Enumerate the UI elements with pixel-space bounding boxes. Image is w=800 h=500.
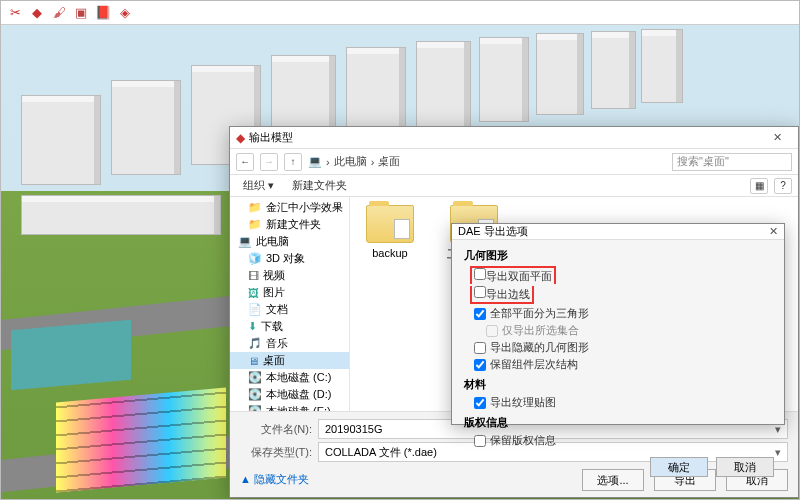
paint-icon[interactable]: 🖌: [51, 5, 67, 21]
filename-label: 文件名(N):: [240, 422, 312, 437]
folder-icon: 🎵: [248, 337, 262, 350]
close-icon[interactable]: ✕: [769, 225, 778, 238]
tree-item[interactable]: 💽本地磁盘 (C:): [230, 369, 349, 386]
option-group-label: 材料: [464, 377, 772, 392]
new-folder-button[interactable]: 新建文件夹: [285, 176, 354, 195]
folder-icon: 🖥: [248, 355, 259, 367]
close-icon[interactable]: ✕: [762, 131, 792, 144]
nav-back-button[interactable]: ←: [236, 153, 254, 171]
organize-button[interactable]: 组织 ▾: [236, 176, 281, 195]
nav-up-button[interactable]: ↑: [284, 153, 302, 171]
help-button[interactable]: ?: [774, 178, 792, 194]
tree-item[interactable]: 💽本地磁盘 (D:): [230, 386, 349, 403]
file-item[interactable]: backup: [358, 205, 422, 259]
folder-icon: [366, 205, 414, 243]
filetype-label: 保存类型(T):: [240, 445, 312, 460]
tree-item[interactable]: 📁金汇中小学效果: [230, 199, 349, 216]
option-checkbox[interactable]: 导出纹理贴图: [464, 394, 772, 411]
option-checkbox[interactable]: 仅导出所选集合: [464, 322, 772, 339]
export-dialog-title: 输出模型: [249, 130, 293, 145]
folder-icon: 💽: [248, 388, 262, 401]
folder-icon: 🧊: [248, 252, 262, 265]
folder-icon: 💽: [248, 371, 262, 384]
export-dialog-toolbar: 组织 ▾ 新建文件夹 ▦ ?: [230, 175, 798, 197]
option-group-label: 版权信息: [464, 415, 772, 430]
folder-icon: ⬇: [248, 320, 257, 333]
cancel-button[interactable]: 取消: [716, 457, 774, 477]
tree-item-label: 图片: [263, 285, 285, 300]
scissors-icon[interactable]: ✂: [7, 5, 23, 21]
tree-item[interactable]: 🧊3D 对象: [230, 250, 349, 267]
nav-forward-button[interactable]: →: [260, 153, 278, 171]
option-checkbox[interactable]: 保留版权信息: [464, 432, 772, 449]
pc-icon: 💻: [308, 155, 322, 168]
tree-item-label: 文档: [266, 302, 288, 317]
folder-icon: 💻: [238, 235, 252, 248]
folder-icon: 🎞: [248, 270, 259, 282]
tree-item[interactable]: 📄文档: [230, 301, 349, 318]
folder-icon: 📁: [248, 201, 262, 214]
tree-item-label: 金汇中小学效果: [266, 200, 343, 215]
file-label: backup: [372, 247, 407, 259]
tree-item-label: 本地磁盘 (C:): [266, 370, 331, 385]
tree-item-label: 新建文件夹: [266, 217, 321, 232]
option-checkbox[interactable]: 全部平面分为三角形: [464, 305, 772, 322]
option-checkbox[interactable]: 导出双面平面: [464, 265, 772, 285]
tree-item-label: 此电脑: [256, 234, 289, 249]
tree-item[interactable]: ⬇下载: [230, 318, 349, 335]
tree-item[interactable]: 🎵音乐: [230, 335, 349, 352]
tree-item[interactable]: 🖼图片: [230, 284, 349, 301]
ok-button[interactable]: 确定: [650, 457, 708, 477]
tree-item-label: 下载: [261, 319, 283, 334]
tree-item[interactable]: 🖥桌面: [230, 352, 349, 369]
ruby-icon[interactable]: ◆: [29, 5, 45, 21]
tree-item-label: 桌面: [263, 353, 285, 368]
book-icon[interactable]: 📕: [95, 5, 111, 21]
tree-item-label: 视频: [263, 268, 285, 283]
breadcrumb[interactable]: 💻 ›此电脑 ›桌面: [308, 154, 666, 169]
tree-item-label: 3D 对象: [266, 251, 305, 266]
option-group-label: 几何图形: [464, 248, 772, 263]
hide-folders-link[interactable]: ▲ 隐藏文件夹: [240, 470, 309, 489]
tree-item[interactable]: 🎞视频: [230, 267, 349, 284]
tree-item[interactable]: 📁新建文件夹: [230, 216, 349, 233]
cubes-icon[interactable]: ▣: [73, 5, 89, 21]
view-mode-button[interactable]: ▦: [750, 178, 768, 194]
search-input[interactable]: 搜索"桌面": [672, 153, 792, 171]
tree-item[interactable]: 💻此电脑: [230, 233, 349, 250]
folder-icon: 📁: [248, 218, 262, 231]
dae-options-dialog: DAE 导出选项 ✕ 几何图形导出双面平面导出边线全部平面分为三角形仅导出所选集…: [451, 223, 785, 425]
tree-item-label: 音乐: [266, 336, 288, 351]
tree-item-label: 本地磁盘 (E:): [266, 404, 331, 411]
app-icon: ◆: [236, 131, 245, 145]
export-dialog-titlebar[interactable]: ◆ 输出模型 ✕: [230, 127, 798, 149]
gem-icon[interactable]: ◈: [117, 5, 133, 21]
export-dialog-nav: ← → ↑ 💻 ›此电脑 ›桌面 搜索"桌面": [230, 149, 798, 175]
option-checkbox[interactable]: 导出隐藏的几何图形: [464, 339, 772, 356]
options-titlebar[interactable]: DAE 导出选项 ✕: [452, 224, 784, 240]
folder-icon: 📄: [248, 303, 262, 316]
folder-icon: 🖼: [248, 287, 259, 299]
main-toolbar: ✂ ◆ 🖌 ▣ 📕 ◈: [1, 1, 799, 25]
option-checkbox[interactable]: 保留组件层次结构: [464, 356, 772, 373]
tree-item[interactable]: 💽本地磁盘 (E:): [230, 403, 349, 411]
options-title: DAE 导出选项: [458, 224, 528, 239]
option-checkbox[interactable]: 导出边线: [464, 285, 772, 305]
folder-tree[interactable]: 📁金汇中小学效果📁新建文件夹💻此电脑🧊3D 对象🎞视频🖼图片📄文档⬇下载🎵音乐🖥…: [230, 197, 350, 411]
tree-item-label: 本地磁盘 (D:): [266, 387, 331, 402]
